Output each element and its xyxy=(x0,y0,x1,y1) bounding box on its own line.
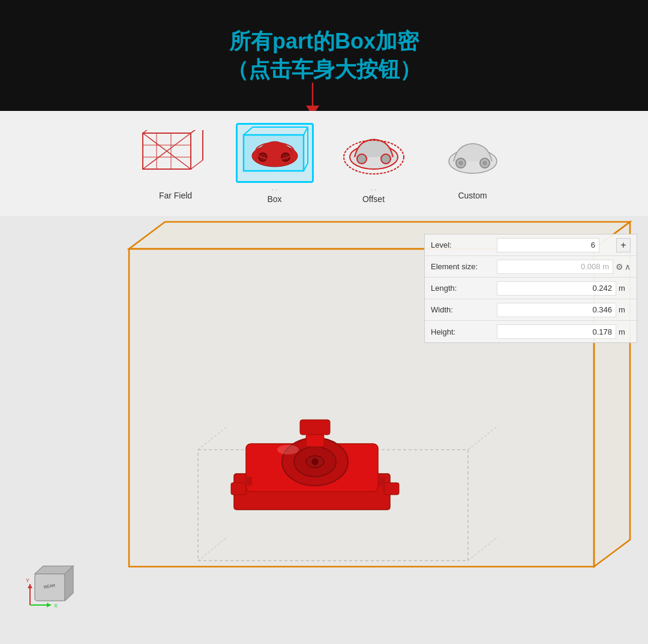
mesh-type-bar: Far Field xyxy=(0,111,648,216)
car-part-3d xyxy=(228,414,396,522)
length-label: Length: xyxy=(431,284,497,293)
svg-point-33 xyxy=(482,161,487,165)
top-banner: 所有part的Box加密 （点击车身大按钮） xyxy=(0,0,648,111)
offset-dots: · · xyxy=(371,186,376,193)
width-input[interactable] xyxy=(497,303,616,317)
title-line2: （点击车身大按钮） xyxy=(227,56,421,84)
svg-point-54 xyxy=(277,445,299,455)
svg-line-38 xyxy=(198,426,228,450)
svg-line-41 xyxy=(468,537,498,561)
offset-label: Offset xyxy=(362,194,385,204)
svg-rect-47 xyxy=(231,483,246,495)
level-plus-button[interactable]: + xyxy=(616,238,631,252)
box-dots: · · xyxy=(272,186,277,193)
svg-line-39 xyxy=(468,426,498,450)
element-size-icon1[interactable]: ⚙ xyxy=(616,262,623,272)
svg-rect-52 xyxy=(245,477,252,486)
title-line1: 所有part的Box加密 xyxy=(229,28,419,56)
svg-point-26 xyxy=(357,154,367,164)
height-row: Height: m xyxy=(425,321,637,342)
svg-rect-49 xyxy=(300,420,330,435)
svg-marker-63 xyxy=(28,584,32,588)
svg-rect-53 xyxy=(378,477,385,486)
box-label: Box xyxy=(267,194,281,204)
properties-panel: Level: + Element size: ⚙ ∧ Length: m Wid… xyxy=(424,234,637,343)
axis-widget: REAR X Y xyxy=(24,557,78,611)
svg-line-17 xyxy=(304,127,308,135)
svg-text:Y: Y xyxy=(26,577,29,583)
length-input[interactable] xyxy=(497,281,616,296)
height-input[interactable] xyxy=(497,324,616,339)
length-row: Length: m xyxy=(425,278,637,299)
svg-point-51 xyxy=(312,459,318,465)
svg-line-12 xyxy=(191,130,203,133)
element-size-icons: ⚙ ∧ xyxy=(616,262,631,272)
mesh-type-offset[interactable]: · · Offset xyxy=(324,118,423,209)
far-field-label: Far Field xyxy=(159,191,192,200)
svg-marker-60 xyxy=(47,603,51,607)
width-label: Width: xyxy=(431,305,497,314)
height-unit: m xyxy=(619,327,631,336)
far-field-icon-container xyxy=(137,127,215,187)
custom-label: Custom xyxy=(458,191,487,200)
mesh-type-box[interactable]: · · Box xyxy=(225,118,324,209)
element-size-input[interactable] xyxy=(497,260,613,274)
level-label: Level: xyxy=(431,240,497,249)
mesh-type-far-field[interactable]: Far Field xyxy=(126,122,225,205)
element-size-row: Element size: ⚙ ∧ xyxy=(425,256,637,278)
offset-icon-container xyxy=(335,123,413,183)
svg-line-13 xyxy=(191,160,203,169)
box-icon-container xyxy=(236,123,314,183)
width-row: Width: m xyxy=(425,299,637,321)
svg-rect-50 xyxy=(306,435,324,447)
element-size-label: Element size: xyxy=(431,262,497,271)
element-size-icon2[interactable]: ∧ xyxy=(625,262,631,272)
level-row: Level: + xyxy=(425,234,637,256)
level-input[interactable] xyxy=(497,238,599,252)
svg-point-27 xyxy=(381,154,391,164)
height-label: Height: xyxy=(431,327,497,336)
custom-icon-container xyxy=(434,127,512,187)
width-unit: m xyxy=(619,305,631,314)
svg-line-16 xyxy=(244,127,253,135)
length-unit: m xyxy=(619,284,631,293)
mesh-type-custom[interactable]: Custom xyxy=(423,122,522,205)
svg-line-40 xyxy=(198,537,228,561)
svg-rect-48 xyxy=(384,483,399,495)
svg-point-32 xyxy=(458,161,463,165)
svg-text:X: X xyxy=(54,603,58,609)
red-arrow xyxy=(304,83,322,113)
